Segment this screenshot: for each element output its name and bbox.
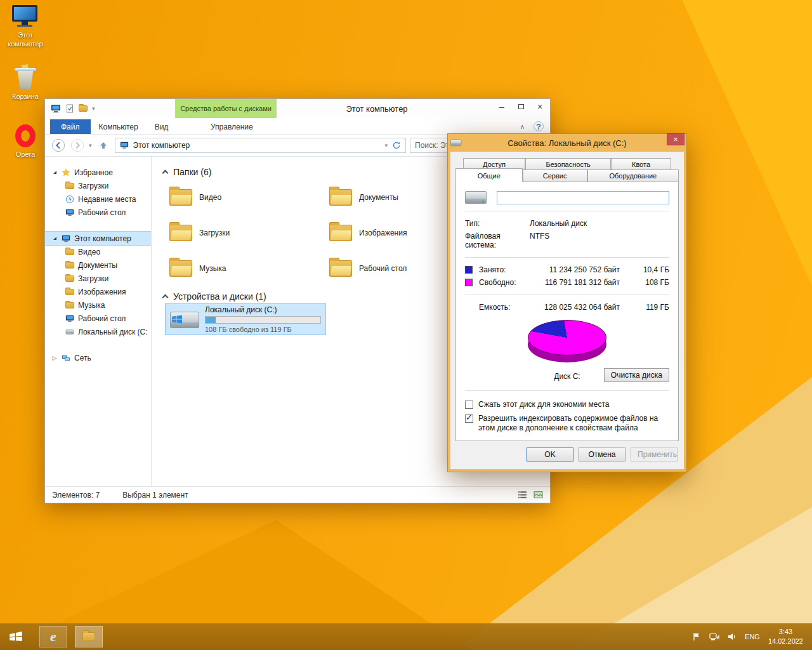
ribbon-tabs: Файл Компьютер Вид Управление ∧ ? bbox=[45, 118, 550, 135]
sidebar-item-downloads-pc[interactable]: Загрузки bbox=[45, 272, 151, 285]
tab-file[interactable]: Файл bbox=[50, 119, 91, 134]
taskbar-clock[interactable]: 3:43 14.02.2022 bbox=[768, 627, 803, 646]
apply-button: Применить bbox=[631, 448, 678, 461]
drive-usage-fill bbox=[206, 317, 216, 323]
network-tray-icon[interactable] bbox=[709, 633, 719, 641]
status-bar: Элементов: 7 Выбран 1 элемент bbox=[45, 486, 550, 503]
desktop-icon-this-pc[interactable]: Этот компьютер bbox=[4, 5, 47, 49]
folder-icon bbox=[65, 302, 74, 308]
collapse-group-icon[interactable] bbox=[162, 170, 169, 176]
windows-flag-icon bbox=[172, 315, 182, 324]
tab-quota[interactable]: Квота bbox=[611, 158, 671, 169]
computer-icon bbox=[62, 234, 70, 243]
drive-usage-bar bbox=[205, 316, 321, 324]
language-indicator[interactable]: ENG bbox=[745, 633, 760, 640]
desktop-icon-opera[interactable]: Opera bbox=[4, 124, 47, 159]
sidebar-item-desktop[interactable]: Рабочий стол bbox=[45, 206, 151, 219]
sidebar-item-desktop-pc[interactable]: Рабочий стол bbox=[45, 312, 151, 325]
used-bytes: 11 234 250 752 байт bbox=[527, 265, 630, 274]
action-center-flag-icon[interactable] bbox=[692, 632, 701, 641]
compress-checkbox-row[interactable]: Сжать этот диск для экономии места bbox=[465, 397, 669, 411]
folder-icon bbox=[65, 249, 74, 255]
collapse-ribbon-icon[interactable]: ∧ bbox=[520, 123, 525, 130]
compress-checkbox[interactable] bbox=[465, 401, 473, 409]
qat-new-folder-icon[interactable] bbox=[79, 105, 88, 112]
dialog-close-button[interactable]: × bbox=[667, 133, 684, 145]
contextual-tab-group: Средства работы с дисками bbox=[175, 99, 277, 118]
thumbnails-view-icon[interactable] bbox=[534, 491, 543, 499]
sidebar-group-this-pc[interactable]: Этот компьютер bbox=[45, 232, 151, 245]
tab-tools[interactable]: Сервис bbox=[523, 169, 587, 182]
volume-label-input[interactable] bbox=[497, 191, 669, 204]
desktop-icon-label: Этот компьютер bbox=[4, 31, 47, 49]
collapse-group-icon[interactable] bbox=[162, 295, 169, 301]
sidebar-group-favorites[interactable]: Избранное bbox=[45, 166, 151, 179]
star-icon bbox=[62, 168, 70, 177]
tab-hardware[interactable]: Оборудование bbox=[587, 169, 679, 182]
index-checkbox[interactable]: ✓ bbox=[465, 415, 473, 423]
up-button[interactable] bbox=[96, 138, 111, 153]
sidebar-item-music[interactable]: Музыка bbox=[45, 298, 151, 312]
collapse-triangle-icon[interactable]: ▷ bbox=[51, 355, 58, 361]
back-icon bbox=[51, 138, 65, 152]
address-dropdown-icon[interactable]: ▾ bbox=[384, 142, 388, 149]
sidebar-item-downloads[interactable]: Загрузки bbox=[45, 179, 151, 192]
folder-icon bbox=[329, 189, 352, 206]
clock-time: 3:43 bbox=[768, 627, 803, 637]
properties-dialog: Свойства: Локальный диск (C:) × Доступ Б… bbox=[447, 133, 687, 472]
window-controls: – × bbox=[492, 100, 549, 114]
recent-locations-chevron-icon[interactable]: ▾ bbox=[89, 142, 92, 149]
sidebar-item-videos[interactable]: Видео bbox=[45, 245, 151, 258]
qat-customize-chevron-icon[interactable]: ▾ bbox=[92, 105, 95, 112]
help-icon[interactable]: ? bbox=[534, 121, 544, 131]
sidebar-item-documents[interactable]: Документы bbox=[45, 258, 151, 272]
expand-triangle-icon[interactable] bbox=[53, 171, 56, 174]
up-arrow-icon bbox=[98, 140, 108, 150]
close-button[interactable]: × bbox=[530, 100, 549, 114]
tab-security[interactable]: Безопасность bbox=[525, 158, 611, 169]
folder-item-music[interactable]: Музыка bbox=[166, 251, 325, 286]
forward-button[interactable] bbox=[70, 138, 85, 153]
tab-computer[interactable]: Компьютер bbox=[91, 119, 147, 134]
disk-cleanup-button[interactable]: Очистка диска bbox=[604, 368, 669, 382]
address-box[interactable]: Этот компьютер ▾ bbox=[115, 138, 406, 153]
maximize-button[interactable] bbox=[511, 100, 530, 114]
volume-drive-icon bbox=[465, 190, 487, 205]
sidebar-item-pictures[interactable]: Изображения bbox=[45, 285, 151, 298]
taskbar-explorer-button[interactable] bbox=[75, 626, 103, 647]
details-view-icon[interactable] bbox=[518, 491, 527, 499]
index-checkbox-row[interactable]: ✓ Разрешить индексировать содержимое фай… bbox=[465, 411, 669, 434]
compress-checkbox-label: Сжать этот диск для экономии места bbox=[478, 400, 609, 409]
drive-label: Локальный диск (C:) bbox=[205, 305, 321, 314]
volume-icon[interactable] bbox=[728, 633, 737, 640]
folder-item-downloads[interactable]: Загрузки bbox=[166, 215, 325, 251]
minimize-button[interactable]: – bbox=[492, 100, 511, 114]
folder-icon bbox=[169, 225, 192, 241]
cancel-button[interactable]: Отмена bbox=[579, 448, 625, 461]
used-swatch bbox=[465, 266, 473, 274]
dialog-title: Свойства: Локальный диск (C:) bbox=[469, 138, 665, 148]
folder-item-videos[interactable]: Видео bbox=[166, 180, 325, 215]
window-icon bbox=[51, 103, 61, 114]
capacity-bytes: 128 025 432 064 байт bbox=[527, 303, 630, 312]
back-button[interactable] bbox=[51, 138, 66, 153]
sidebar-group-network[interactable]: ▷ Сеть bbox=[45, 351, 151, 364]
tab-general[interactable]: Общие bbox=[455, 168, 523, 182]
tab-view[interactable]: Вид bbox=[147, 119, 177, 134]
sidebar-item-recent-places[interactable]: Недавние места bbox=[45, 192, 151, 206]
desktop-icon-label: Opera bbox=[16, 150, 36, 159]
sidebar-item-local-disk-c[interactable]: Локальный диск (C: bbox=[45, 325, 151, 338]
tab-manage[interactable]: Управление bbox=[202, 119, 261, 134]
breadcrumb[interactable]: Этот компьютер bbox=[133, 141, 190, 150]
windows-logo-icon bbox=[9, 630, 23, 643]
taskbar-ie-button[interactable]: e bbox=[39, 626, 67, 647]
drive-icon bbox=[65, 328, 74, 336]
desktop-icon-recycle-bin[interactable]: Корзина bbox=[4, 65, 47, 102]
drive-item-local-disk-c[interactable]: Локальный диск (C:) 108 ГБ свободно из 1… bbox=[166, 304, 325, 335]
start-button[interactable] bbox=[0, 623, 32, 650]
filesystem-label: Файловая система: bbox=[465, 232, 530, 249]
qat-properties-icon[interactable] bbox=[65, 104, 74, 113]
ok-button[interactable]: OK bbox=[527, 448, 573, 461]
expand-triangle-icon[interactable] bbox=[53, 237, 56, 240]
refresh-icon[interactable] bbox=[392, 141, 401, 150]
